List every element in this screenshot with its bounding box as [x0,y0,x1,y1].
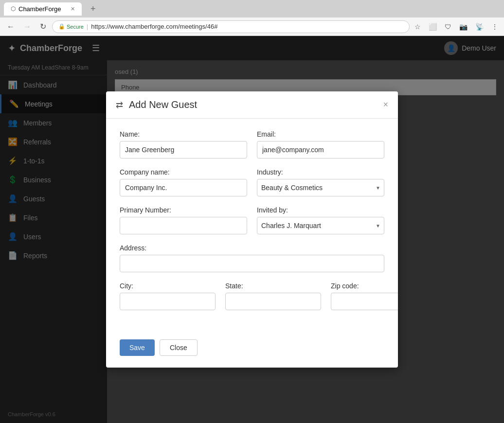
industry-select-wrapper: Beauty & Cosmetics Technology Finance He… [257,179,384,196]
new-tab-button[interactable]: + [86,1,101,17]
company-label: Company name: [120,168,247,176]
extension-button[interactable]: 🛡 [443,21,453,33]
close-button[interactable]: Close [160,339,198,356]
forward-button[interactable]: → [20,20,34,33]
camera-button[interactable]: 📷 [457,21,469,33]
form-row-city-state-zip: City: State: Zip code: [120,282,384,310]
form-group-invited-by: Invited by: Charles J. Marquart John Smi… [257,206,384,234]
name-label: Name: [120,130,247,138]
form-group-industry: Industry: Beauty & Cosmetics Technology … [257,168,384,196]
form-group-zip: Zip code: [331,282,398,310]
modal-title: Add New Guest [129,99,377,110]
save-button[interactable]: Save [120,339,155,356]
browser-chrome: ⬡ ChamberForge ✕ + ← → ↻ 🔒 Secure | http… [0,0,504,36]
city-label: City: [120,282,216,290]
form-group-name: Name: [120,130,247,159]
invited-by-label: Invited by: [257,206,384,214]
menu-button[interactable]: ⋮ [489,21,500,33]
address-url: https://www.chamberforge.com/meetings/46… [91,23,217,30]
form-row-company-industry: Company name: Industry: Beauty & Cosmeti… [120,168,384,196]
add-guest-modal: ⇄ Add New Guest × Name: Email: Company n… [106,91,398,368]
modal-footer: Save Close [106,332,398,368]
form-row-address: Address: [120,244,384,272]
tab-label: ChamberForge [18,5,61,13]
form-group-city: City: [120,282,216,310]
form-group-state: State: [225,282,321,310]
primary-number-input[interactable] [120,217,247,234]
company-input[interactable] [120,179,247,196]
address-bar[interactable]: 🔒 Secure | https://www.chamberforge.com/… [52,20,410,33]
form-group-primary-number: Primary Number: [120,206,247,234]
state-input[interactable] [225,293,321,310]
form-group-company: Company name: [120,168,247,196]
tab-icon: ⬡ [11,5,16,12]
zip-input[interactable] [331,293,398,310]
modal-header-icon: ⇄ [116,100,123,110]
cast-button[interactable]: 📡 [473,21,486,33]
bookmark-button[interactable]: ☆ [413,21,423,33]
address-input[interactable] [120,255,384,272]
modal-body: Name: Email: Company name: Industry: [106,119,398,332]
form-group-email: Email: [257,130,384,159]
city-input[interactable] [120,293,216,310]
invited-by-select[interactable]: Charles J. Marquart John Smith Jane Doe [257,217,384,234]
browser-toolbar: ← → ↻ 🔒 Secure | https://www.chamberforg… [0,18,504,36]
email-input[interactable] [257,141,384,159]
state-label: State: [225,282,321,290]
window-button[interactable]: ⬜ [427,21,439,33]
form-row-name-email: Name: Email: [120,130,384,159]
back-button[interactable]: ← [4,20,18,33]
browser-titlebar: ⬡ ChamberForge ✕ + [0,0,504,18]
tab-close-button[interactable]: ✕ [71,6,75,12]
modal-close-button[interactable]: × [383,100,388,110]
form-row-phone-invitedby: Primary Number: Invited by: Charles J. M… [120,206,384,234]
primary-number-label: Primary Number: [120,206,247,214]
name-input[interactable] [120,141,247,159]
browser-actions: ☆ ⬜ 🛡 📷 📡 ⋮ [413,21,500,33]
industry-select[interactable]: Beauty & Cosmetics Technology Finance He… [257,179,384,196]
form-group-address: Address: [120,244,384,272]
invited-by-select-wrapper: Charles J. Marquart John Smith Jane Doe [257,217,384,234]
email-label: Email: [257,130,384,138]
browser-tab[interactable]: ⬡ ChamberForge ✕ [4,2,82,16]
modal-header: ⇄ Add New Guest × [106,91,398,119]
reload-button[interactable]: ↻ [37,20,49,33]
zip-label: Zip code: [331,282,398,290]
address-label: Address: [120,244,384,252]
modal-overlay: ⇄ Add New Guest × Name: Email: Company n… [0,36,504,423]
secure-indicator: 🔒 Secure [58,23,84,30]
industry-label: Industry: [257,168,384,176]
